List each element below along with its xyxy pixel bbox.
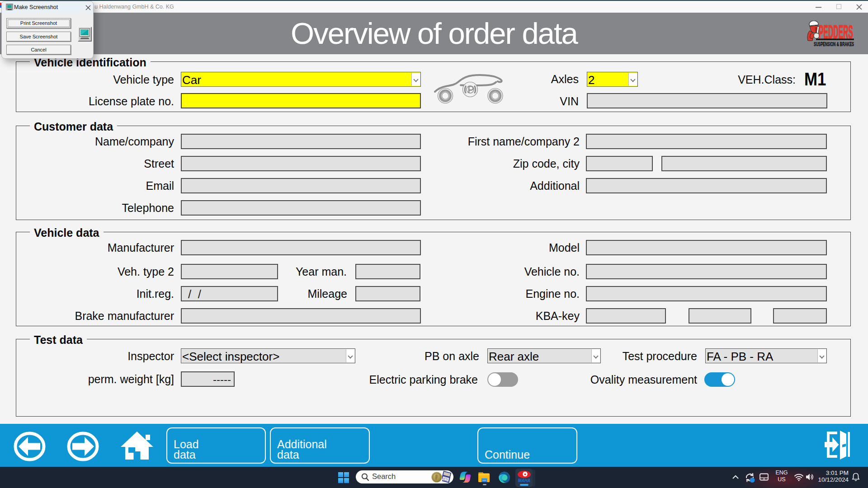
svg-text:MAHA: MAHA [518,478,530,483]
svg-text:SUSPENSION & BRAKES: SUSPENSION & BRAKES [814,41,854,47]
